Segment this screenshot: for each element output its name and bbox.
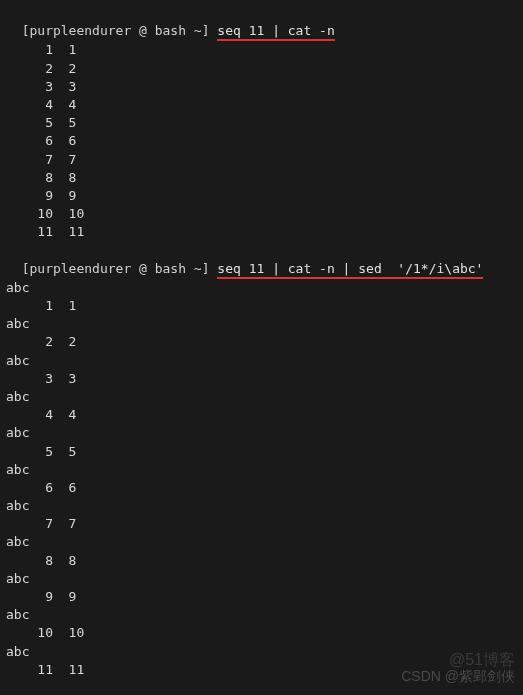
output-line: 10 10 [6, 205, 517, 223]
prompt-at: @ [131, 261, 154, 276]
output-line: 9 9 [6, 187, 517, 205]
command-2: seq 11 | cat -n | sed '/1*/i\abc' [217, 261, 483, 279]
prompt-path: ~ [186, 261, 202, 276]
output-line: 5 5 [6, 443, 517, 461]
watermark-csdn: CSDN @紫郢剑侠 [401, 667, 515, 687]
output-line: abc [6, 352, 517, 370]
output-line: 8 8 [6, 552, 517, 570]
output-line: abc [6, 279, 517, 297]
output-line: 9 9 [6, 588, 517, 606]
output-line: abc [6, 533, 517, 551]
prompt-at: @ [131, 23, 154, 38]
output-line: 6 6 [6, 479, 517, 497]
output-line: 4 4 [6, 406, 517, 424]
output-line: 1 1 [6, 41, 517, 59]
output-line: 11 11 [6, 223, 517, 241]
prompt-host: bash [155, 261, 186, 276]
prompt-user: purpleendurer [29, 23, 131, 38]
output-line: 7 7 [6, 515, 517, 533]
output-line: 8 8 [6, 169, 517, 187]
output-line: abc [6, 461, 517, 479]
output-line: abc [6, 606, 517, 624]
output-block-2: abc 1 1abc 2 2abc 3 3abc 4 4abc 5 5abc 6… [6, 279, 517, 679]
output-line: 3 3 [6, 370, 517, 388]
output-line: abc [6, 388, 517, 406]
output-line: 10 10 [6, 624, 517, 642]
output-line: 2 2 [6, 333, 517, 351]
output-line: abc [6, 315, 517, 333]
prompt-line-1: [purpleendurer @ bash ~] seq 11 | cat -n [6, 4, 517, 40]
prompt-user: purpleendurer [29, 261, 131, 276]
output-line: abc [6, 497, 517, 515]
prompt-line-2: [purpleendurer @ bash ~] seq 11 | cat -n… [6, 241, 517, 277]
output-line: 5 5 [6, 114, 517, 132]
output-line: 2 2 [6, 60, 517, 78]
output-line: 3 3 [6, 78, 517, 96]
output-line: abc [6, 570, 517, 588]
bracket-close: ] [202, 23, 210, 38]
output-line: 1 1 [6, 297, 517, 315]
output-block-1: 1 1 2 2 3 3 4 4 5 5 6 6 7 7 8 8 9 9 10 1… [6, 41, 517, 241]
output-line: abc [6, 643, 517, 661]
prompt-path: ~ [186, 23, 202, 38]
output-line: 4 4 [6, 96, 517, 114]
prompt-host: bash [155, 23, 186, 38]
bracket-close: ] [202, 261, 210, 276]
output-line: 7 7 [6, 151, 517, 169]
command-1: seq 11 | cat -n [217, 23, 334, 41]
output-line: abc [6, 424, 517, 442]
output-line: 6 6 [6, 132, 517, 150]
